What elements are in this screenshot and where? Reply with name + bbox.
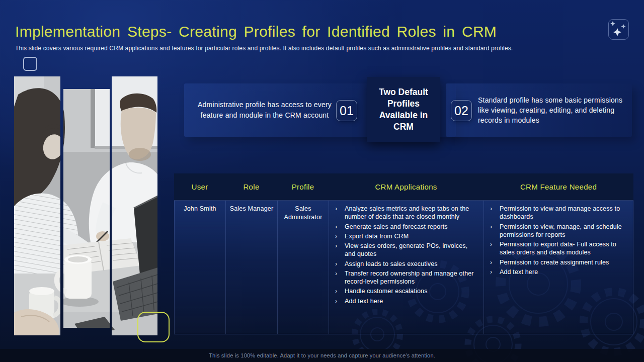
chevron-bullet-icon: › <box>335 223 340 231</box>
table-row: John Smith Sales Manager Sales Administr… <box>174 200 633 334</box>
list-item-text: Generate sales and forecast reports <box>345 223 448 231</box>
list-item-text: View sales orders, generate POs, invoice… <box>345 242 479 258</box>
cell-crm-features: ›Permission to view and manage access to… <box>484 201 633 334</box>
list-item-text: Permission to view and manage access to … <box>500 205 629 221</box>
list-item: ›Handle customer escalations <box>335 287 479 295</box>
column-header-role: Role <box>225 183 277 191</box>
callout-standard-text: Standard profile has some basic permissi… <box>478 83 629 137</box>
photo-collage <box>14 76 158 336</box>
office-photo-scene <box>112 76 157 335</box>
chevron-bullet-icon: › <box>335 287 340 295</box>
chevron-bullet-icon: › <box>335 260 340 268</box>
list-item: ›Add text here <box>335 297 479 305</box>
center-title-text: Two Default Profiles Available in CRM <box>375 86 432 133</box>
list-item: ›Transfer record ownership and manage ot… <box>335 269 479 286</box>
table-header-row: User Role Profile CRM Applications CRM F… <box>174 173 633 200</box>
list-item-text: Assign leads to sales executives <box>345 260 438 268</box>
list-item: ›Analyze sales metrics and keep tabs on … <box>335 205 479 221</box>
list-item: ›Generate sales and forecast reports <box>335 223 479 231</box>
footer-note: This slide is 100% editable. Adapt it to… <box>209 352 435 358</box>
list-item-text: Transfer record ownership and manage oth… <box>345 269 479 286</box>
chevron-bullet-icon: › <box>335 242 340 258</box>
chevron-bullet-icon: › <box>490 258 495 266</box>
roles-table: User Role Profile CRM Applications CRM F… <box>174 173 633 334</box>
decor-rounded-rect <box>137 312 170 342</box>
list-item: ›Permission to export data- Full access … <box>490 240 629 257</box>
list-item-text: Permission to export data- Full access t… <box>500 240 629 257</box>
decor-square-outline <box>23 57 37 71</box>
number-badge-01: 01 <box>336 100 357 121</box>
list-item-text: Export data from CRM <box>345 232 409 240</box>
office-photo-scene <box>14 76 60 335</box>
chevron-bullet-icon: › <box>490 268 495 276</box>
chevron-bullet-icon: › <box>490 205 495 221</box>
cell-user: John Smith <box>175 201 226 334</box>
cell-role: Sales Manager <box>226 201 278 334</box>
slide-subtitle: This slide covers various required CRM a… <box>15 45 579 52</box>
list-item-text: Handle customer escalations <box>345 287 428 295</box>
column-header-user: User <box>174 183 225 191</box>
footer-bar: This slide is 100% editable. Adapt it to… <box>0 349 644 362</box>
office-photo-scene <box>63 89 110 328</box>
list-item: ›Permission to create assignment rules <box>490 258 629 266</box>
list-item: ›Permission to view, manage, and schedul… <box>490 223 629 239</box>
cell-profile: Sales Administrator <box>278 201 329 334</box>
callout-admin-text: Administrative profile has access to eve… <box>191 83 338 137</box>
sparkle-stars <box>609 20 628 39</box>
list-item-text: Analyze sales metrics and keep tabs on t… <box>345 205 479 221</box>
page-title: Implementation Steps- Creating Profiles … <box>15 23 589 40</box>
sparkles-icon <box>608 19 629 40</box>
chevron-bullet-icon: › <box>335 269 340 286</box>
chevron-bullet-icon: › <box>335 232 340 240</box>
list-item-text: Add text here <box>345 297 383 305</box>
photo-strip-left <box>14 76 60 335</box>
list-item: ›Permission to view and manage access to… <box>490 205 629 221</box>
list-item-text: Permission to create assignment rules <box>500 258 609 266</box>
chevron-bullet-icon: › <box>335 297 340 305</box>
photo-strip-right <box>112 76 157 335</box>
column-header-crm-applications: CRM Applications <box>329 183 484 191</box>
column-header-profile: Profile <box>277 183 329 191</box>
column-header-crm-feature-needed: CRM Feature Needed <box>484 183 633 191</box>
crm-features-list: ›Permission to view and manage access to… <box>487 205 630 276</box>
list-item: ›View sales orders, generate POs, invoic… <box>335 242 479 258</box>
crm-applications-list: ›Analyze sales metrics and keep tabs on … <box>332 205 480 305</box>
cell-crm-applications: ›Analyze sales metrics and keep tabs on … <box>329 201 484 334</box>
list-item-text: Permission to view, manage, and schedule… <box>500 223 629 239</box>
chevron-bullet-icon: › <box>490 223 495 239</box>
list-item: ›Export data from CRM <box>335 232 479 240</box>
number-badge-02: 02 <box>451 100 472 121</box>
callout-standard-profile: 02 Standard profile has some basic permi… <box>446 83 632 137</box>
list-item: ›Add text here <box>490 268 629 276</box>
crm-presentation-slide: Implementation Steps- Creating Profiles … <box>0 0 644 362</box>
list-item-text: Add text here <box>500 268 538 276</box>
center-title-box: Two Default Profiles Available in CRM <box>367 77 440 142</box>
chevron-bullet-icon: › <box>335 205 340 221</box>
list-item: ›Assign leads to sales executives <box>335 260 479 268</box>
chevron-bullet-icon: › <box>490 240 495 257</box>
photo-strip-middle <box>63 89 110 328</box>
